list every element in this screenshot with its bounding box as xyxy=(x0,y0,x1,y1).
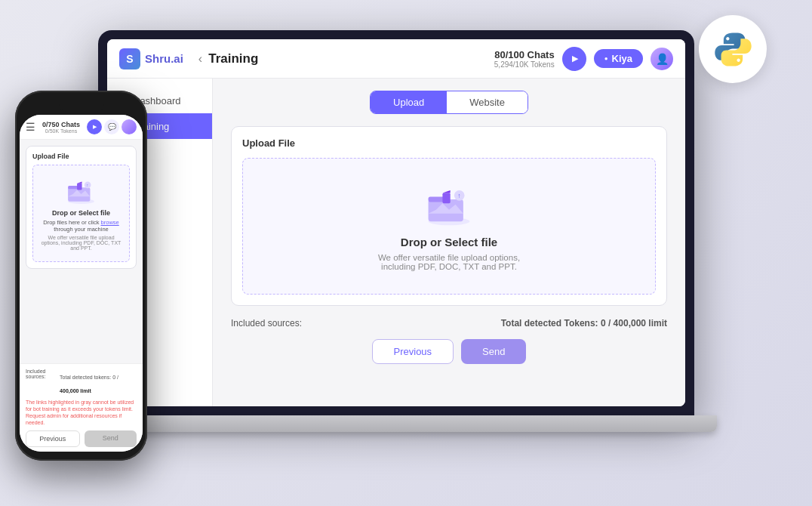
phone-included-row: Included sources: Total detected tokens:… xyxy=(26,369,137,396)
phone-tokens-count: 0/50K Tokens xyxy=(42,128,80,134)
nav-back-icon[interactable]: ‹ xyxy=(198,52,202,66)
tokens-count: 5,294/10K Tokens xyxy=(494,60,555,69)
phone-included-label: Included sources: xyxy=(26,369,60,396)
token-info: Total detected Tokens: 0 / 400,000 limit xyxy=(501,318,667,329)
phone-chat-button[interactable]: 💬 xyxy=(104,119,119,134)
phone-upload-section: Upload File ↑ xyxy=(26,146,137,269)
tab-bar: Upload Website xyxy=(231,91,667,114)
phone-previous-button[interactable]: Previous xyxy=(26,430,80,447)
main-content: Upload Website Upload File xyxy=(213,79,685,406)
phone-menu-icon[interactable]: ☰ xyxy=(26,121,35,133)
previous-button[interactable]: Previous xyxy=(372,339,454,364)
logo-text: Shru.ai xyxy=(145,52,183,65)
token-value: 0 xyxy=(601,318,606,329)
laptop: S Shru.ai ‹ Training 80/100 Chats 5,294/… xyxy=(98,30,694,453)
python-badge xyxy=(699,15,767,83)
phone-chats-info: 0/750 Chats 0/50K Tokens xyxy=(42,121,80,134)
header-nav: ‹ Training xyxy=(198,51,494,66)
svg-rect-10 xyxy=(77,184,82,190)
svg-marker-4 xyxy=(442,190,450,193)
token-info-label: Total detected Tokens: xyxy=(501,318,598,329)
laptop-screen-outer: S Shru.ai ‹ Training 80/100 Chats 5,294/… xyxy=(98,30,694,415)
drop-title: Drop or Select file xyxy=(401,236,497,248)
phone-drop-link: Drop files here or click browse through … xyxy=(39,219,123,233)
phone-avatar[interactable] xyxy=(121,119,137,134)
scene: S Shru.ai ‹ Training 80/100 Chats 5,294/… xyxy=(0,0,812,506)
phone-chats-count: 0/750 Chats xyxy=(42,121,80,128)
phone-token-label: Total detected tokens: 0 / xyxy=(60,375,118,380)
upload-section: Upload File xyxy=(231,126,667,306)
upload-dropzone[interactable]: ↑ Drop or Select file We offer versatile… xyxy=(242,158,656,295)
phone-send-button[interactable]: Send xyxy=(85,430,137,447)
svg-rect-3 xyxy=(442,193,450,203)
chats-count: 80/100 Chats xyxy=(494,49,555,60)
upload-label: Upload File xyxy=(242,137,656,149)
phone: ☰ 0/750 Chats 0/50K Tokens 💬 Upload File xyxy=(15,91,147,461)
token-limit: / 400,000 limit xyxy=(608,318,667,329)
included-sources-label: Included sources: xyxy=(231,318,302,329)
phone-header-right: 💬 xyxy=(87,119,137,134)
chats-info: 80/100 Chats 5,294/10K Tokens xyxy=(494,49,555,69)
kiya-button[interactable]: Kiya xyxy=(594,49,643,68)
phone-footer: Included sources: Total detected tokens:… xyxy=(20,363,143,452)
phone-header: ☰ 0/750 Chats 0/50K Tokens 💬 xyxy=(20,115,143,140)
app-body: ⊞ Dashboard ▲ Training Upload xyxy=(107,79,685,406)
avatar[interactable]: 👤 xyxy=(651,48,673,70)
action-buttons: Previous Send xyxy=(231,339,667,364)
phone-notch xyxy=(59,100,104,112)
drop-illustration: ↑ xyxy=(423,181,475,227)
phone-main: Upload File ↑ xyxy=(20,140,143,363)
tab-website[interactable]: Website xyxy=(447,91,527,113)
phone-screen: ☰ 0/750 Chats 0/50K Tokens 💬 Upload File xyxy=(20,115,143,452)
phone-play-button[interactable] xyxy=(87,119,102,134)
phone-token-limit: 400,000 limit xyxy=(60,388,91,393)
python-icon xyxy=(712,29,754,70)
laptop-screen-inner: S Shru.ai ‹ Training 80/100 Chats 5,294/… xyxy=(107,39,685,406)
phone-warning: The links highlighted in gray cannot be … xyxy=(26,399,137,426)
play-button[interactable] xyxy=(562,47,586,71)
send-button[interactable]: Send xyxy=(461,339,526,364)
drop-subtitle: We offer versatile file upload options, … xyxy=(366,253,532,271)
phone-token-limit-value: 400,000 limit xyxy=(60,388,91,393)
svg-text:↑: ↑ xyxy=(457,192,460,199)
page-title: Training xyxy=(208,51,258,66)
tab-upload[interactable]: Upload xyxy=(371,91,447,113)
header-right: 80/100 Chats 5,294/10K Tokens Kiya 👤 xyxy=(494,47,673,71)
phone-drop-subtitle: We offer versatile file upload options, … xyxy=(39,235,123,251)
laptop-base xyxy=(75,415,717,432)
svg-marker-11 xyxy=(77,182,82,184)
phone-token-info: Total detected tokens: 0 / 400,000 limit xyxy=(60,369,137,396)
browse-link[interactable]: browse xyxy=(101,219,119,226)
app-header: S Shru.ai ‹ Training 80/100 Chats 5,294/… xyxy=(107,39,685,79)
app-logo: S Shru.ai xyxy=(119,48,183,69)
phone-drop-title: Drop or Select file xyxy=(52,209,110,217)
phone-upload-label: Upload File xyxy=(32,153,130,160)
logo-icon: S xyxy=(119,48,140,69)
footer-bar: Included sources: Total detected Tokens:… xyxy=(231,318,667,329)
phone-dropzone[interactable]: ↑ Drop or Select file Drop files here or… xyxy=(32,165,130,262)
tab-container: Upload Website xyxy=(370,91,528,114)
phone-actions: Previous Send xyxy=(26,430,137,447)
svg-text:↑: ↑ xyxy=(87,183,89,187)
phone-drop-illustration: ↑ xyxy=(64,176,98,205)
